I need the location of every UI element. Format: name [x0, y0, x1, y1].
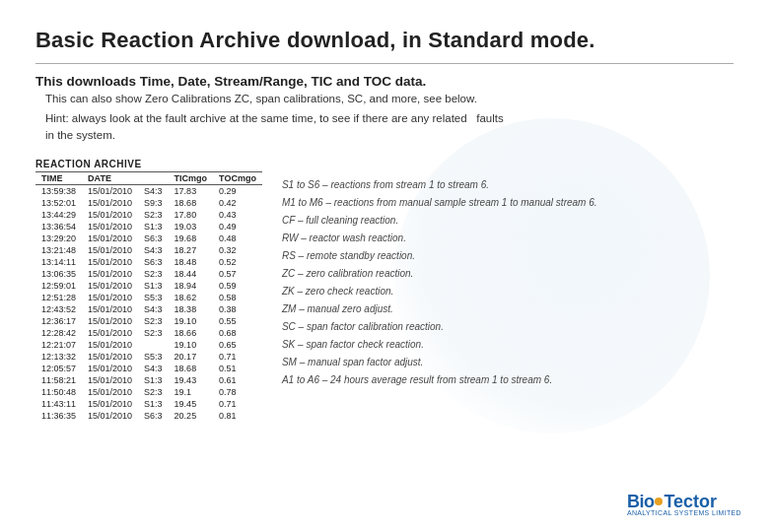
table-cell: 15/01/2010 — [82, 280, 138, 292]
table-cell: 19.45 — [169, 398, 214, 410]
table-cell: 11:58:21 — [35, 374, 82, 386]
table-cell: S2:3 — [138, 315, 169, 327]
description: This can also show Zero Calibrations ZC,… — [45, 93, 734, 104]
table-cell: 15/01/2010 — [82, 339, 138, 351]
table-cell: 19.1 — [169, 386, 214, 398]
table-row: 11:36:3515/01/2010S6:320.250.81 — [35, 410, 262, 422]
table-cell: 0.52 — [213, 256, 262, 268]
table-cell: S4:3 — [138, 303, 169, 315]
table-cell: 18.94 — [169, 280, 214, 292]
table-cell: 18.62 — [169, 292, 214, 303]
table-cell: 19.10 — [169, 315, 214, 327]
table-cell: 18.66 — [169, 327, 214, 339]
legend-item: RS – remote standby reaction. — [282, 247, 734, 264]
table-cell: 18.27 — [169, 244, 214, 256]
table-cell: 12:36:17 — [35, 315, 82, 327]
table-cell: 15/01/2010 — [82, 315, 138, 327]
table-cell: 15/01/2010 — [82, 351, 138, 363]
table-cell: 15/01/2010 — [82, 233, 138, 244]
table-cell: 0.78 — [213, 386, 262, 398]
table-cell: 20.17 — [169, 351, 214, 363]
table-cell: 18.68 — [169, 363, 214, 374]
col-tocmgo: TOCmgo — [213, 171, 262, 184]
legend-item: A1 to A6 – 24 hours average result from … — [282, 371, 734, 388]
table-cell: 17.80 — [169, 209, 214, 221]
table-cell: 0.43 — [213, 209, 262, 221]
table-cell: 15/01/2010 — [82, 197, 138, 209]
table-cell: 12:05:57 — [35, 363, 82, 374]
reaction-archive-table: TIME DATE TICmgo TOCmgo 13:59:3815/01/20… — [35, 171, 262, 422]
table-cell: 0.51 — [213, 363, 262, 374]
table-cell: 0.65 — [213, 339, 262, 351]
table-cell: 19.03 — [169, 221, 214, 233]
table-cell: 15/01/2010 — [82, 410, 138, 422]
table-cell: S1:3 — [138, 221, 169, 233]
table-cell: 0.42 — [213, 197, 262, 209]
table-cell: 15/01/2010 — [82, 221, 138, 233]
table-row: 12:43:5215/01/2010S4:318.380.38 — [35, 303, 262, 315]
table-cell: 0.68 — [213, 327, 262, 339]
table-cell: 15/01/2010 — [82, 386, 138, 398]
table-cell — [138, 339, 169, 351]
legend-item: RW – reactor wash reaction. — [282, 230, 734, 246]
page-container: Basic Reaction Archive download, in Stan… — [0, 0, 769, 441]
table-cell: 20.25 — [169, 410, 214, 422]
table-cell: 12:43:52 — [35, 303, 82, 315]
table-cell: 0.55 — [213, 315, 262, 327]
table-cell: 0.71 — [213, 398, 262, 410]
table-cell: S5:3 — [138, 351, 169, 363]
table-row: 12:05:5715/01/2010S4:318.680.51 — [35, 363, 262, 374]
table-cell: 0.29 — [213, 184, 262, 197]
table-cell: 15/01/2010 — [82, 184, 138, 197]
table-cell: 15/01/2010 — [82, 374, 138, 386]
table-cell: 15/01/2010 — [82, 398, 138, 410]
legend-item: ZC – zero calibration reaction. — [282, 265, 734, 282]
legend-item: CF – full cleaning reaction. — [282, 212, 734, 229]
table-cell: 13:06:35 — [35, 268, 82, 280]
table-cell: 0.49 — [213, 221, 262, 233]
table-cell: 15/01/2010 — [82, 303, 138, 315]
table-cell: 18.38 — [169, 303, 214, 315]
table-cell: 15/01/2010 — [82, 209, 138, 221]
table-cell: 18.48 — [169, 256, 214, 268]
page-title: Basic Reaction Archive download, in Stan… — [35, 28, 734, 53]
table-header-row: TIME DATE TICmgo TOCmgo — [35, 171, 262, 184]
table-cell: S6:3 — [138, 233, 169, 244]
table-cell: S5:3 — [138, 292, 169, 303]
table-cell: 11:50:48 — [35, 386, 82, 398]
table-title: REACTION ARCHIVE — [35, 159, 262, 169]
table-cell: S1:3 — [138, 374, 169, 386]
table-cell: 0.38 — [213, 303, 262, 315]
hint-text: Hint: always look at the fault archive a… — [45, 110, 734, 145]
table-cell: 0.57 — [213, 268, 262, 280]
table-cell: S4:3 — [138, 184, 169, 197]
col-ticmgo: TICmgo — [169, 171, 214, 184]
table-cell: 0.81 — [213, 410, 262, 422]
table-row: 13:44:2915/01/2010S2:317.800.43 — [35, 209, 262, 221]
table-cell: S1:3 — [138, 280, 169, 292]
table-row: 11:58:2115/01/2010S1:319.430.61 — [35, 374, 262, 386]
table-cell: 12:28:42 — [35, 327, 82, 339]
legend-item: SC – span factor calibration reaction. — [282, 318, 734, 335]
table-row: 13:52:0115/01/2010S9:318.680.42 — [35, 197, 262, 209]
table-cell: 15/01/2010 — [82, 256, 138, 268]
table-cell: 0.59 — [213, 280, 262, 292]
table-row: 13:59:3815/01/2010S4:317.830.29 — [35, 184, 262, 197]
table-row: 11:43:1115/01/2010S1:319.450.71 — [35, 398, 262, 410]
table-cell: 0.71 — [213, 351, 262, 363]
table-cell: S2:3 — [138, 209, 169, 221]
logo-area: BioTector ANALYTICAL SYSTEMS LIMITED — [627, 492, 741, 516]
logo-tector: Tector — [664, 492, 717, 511]
table-cell: 12:13:32 — [35, 351, 82, 363]
table-cell: 13:14:11 — [35, 256, 82, 268]
table-cell: 13:21:48 — [35, 244, 82, 256]
table-cell: 15/01/2010 — [82, 292, 138, 303]
legend-item: ZK – zero check reaction. — [282, 283, 734, 299]
table-cell: 0.48 — [213, 233, 262, 244]
table-row: 12:59:0115/01/2010S1:318.940.59 — [35, 280, 262, 292]
logo-bio: Bio — [627, 492, 655, 511]
table-cell: 19.68 — [169, 233, 214, 244]
table-cell: 15/01/2010 — [82, 244, 138, 256]
legend-section: S1 to S6 – reactions from stream 1 to st… — [282, 176, 734, 389]
table-cell: 15/01/2010 — [82, 268, 138, 280]
